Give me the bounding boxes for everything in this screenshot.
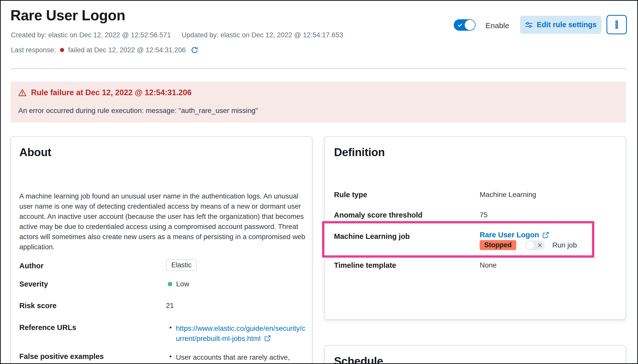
timeline-template-value: None xyxy=(480,261,497,269)
last-response-label: Last response: xyxy=(11,46,56,54)
warning-triangle-icon xyxy=(18,89,26,97)
edit-rule-settings-button[interactable]: Edit rule settings xyxy=(520,16,601,34)
ml-job-link[interactable]: Rare User Logon xyxy=(480,231,539,239)
boxes-vertical-icon xyxy=(612,20,621,29)
list-bullet: • xyxy=(169,323,176,332)
author-label: Author xyxy=(19,262,43,270)
toggle-thumb xyxy=(526,241,534,250)
schedule-panel: Schedule xyxy=(324,345,626,364)
definition-panel: Definition Rule type Machine Learning An… xyxy=(324,136,626,320)
enable-toggle[interactable] xyxy=(454,19,476,31)
run-job-label: Run job xyxy=(552,241,577,249)
reference-urls-label: Reference URLs xyxy=(19,323,76,332)
toggle-thumb xyxy=(465,20,475,30)
ml-job-label: Machine Learning job xyxy=(334,232,410,241)
severity-label: Severity xyxy=(19,280,48,288)
failed-status-dot xyxy=(60,48,64,52)
false-positives-label: False positive examples xyxy=(19,352,104,361)
rule-failure-callout xyxy=(10,81,626,123)
external-link-icon xyxy=(542,231,549,239)
last-response-row: Last response: failed at Dec 12, 2022 @ … xyxy=(11,45,199,55)
rule-type-label: Rule type xyxy=(334,191,367,199)
header-divider xyxy=(10,68,627,69)
risk-score-value: 21 xyxy=(166,302,174,310)
ml-job-link-row: Rare User Logon xyxy=(480,231,549,239)
rule-meta: Created by: elastic on Dec 12, 2022 @ 12… xyxy=(11,31,343,39)
severity-low-dot xyxy=(168,282,172,286)
list-bullet: • xyxy=(169,352,176,360)
anomaly-threshold-value: 75 xyxy=(480,211,488,219)
run-job-toggle[interactable] xyxy=(525,240,545,250)
rule-failure-message: An error occurred during rule execution:… xyxy=(18,107,258,115)
rule-failure-title: Rule failure at Dec 12, 2022 @ 12:54:31.… xyxy=(31,88,192,97)
about-panel: About A machine learning job found an un… xyxy=(10,136,312,364)
false-positives-value: User accounts that are rarely active, su… xyxy=(176,352,306,364)
updated-by-text: Updated by: elastic on Dec 12, 2022 @ 12… xyxy=(181,31,343,39)
anomaly-threshold-label: Anomaly score threshold xyxy=(334,211,422,219)
rule-details-page: Rare User Logon Created by: elastic on D… xyxy=(0,0,638,364)
page-title: Rare User Logon xyxy=(10,7,125,24)
rule-type-value: Machine Learning xyxy=(480,191,536,199)
ml-job-status-row: Stopped Run job xyxy=(480,240,577,250)
created-by-text: Created by: elastic on Dec 12, 2022 @ 12… xyxy=(11,31,171,39)
about-description: A machine learning job found an unusual … xyxy=(19,191,306,252)
schedule-title: Schedule xyxy=(334,355,383,364)
sliders-icon xyxy=(525,21,533,29)
enable-label: Enable xyxy=(485,21,509,30)
timeline-template-label: Timeline template xyxy=(334,261,396,270)
external-link-icon xyxy=(264,335,271,343)
author-badge: Elastic xyxy=(166,259,197,271)
rule-failure-title-row: Rule failure at Dec 12, 2022 @ 12:54:31.… xyxy=(18,88,192,97)
about-title: About xyxy=(19,146,51,159)
risk-score-label: Risk score xyxy=(19,302,57,310)
definition-title: Definition xyxy=(334,146,385,159)
edit-rule-settings-label: Edit rule settings xyxy=(537,21,597,29)
reference-url-link[interactable]: https://www.elastic.co/guide/en/security… xyxy=(176,324,305,342)
refresh-icon[interactable] xyxy=(190,46,199,54)
all-actions-button[interactable] xyxy=(606,15,627,34)
last-response-value: failed at Dec 12, 2022 @ 12:54:31.206 xyxy=(68,46,186,54)
ml-job-status-badge: Stopped xyxy=(480,240,516,250)
severity-value: Low xyxy=(176,280,189,288)
